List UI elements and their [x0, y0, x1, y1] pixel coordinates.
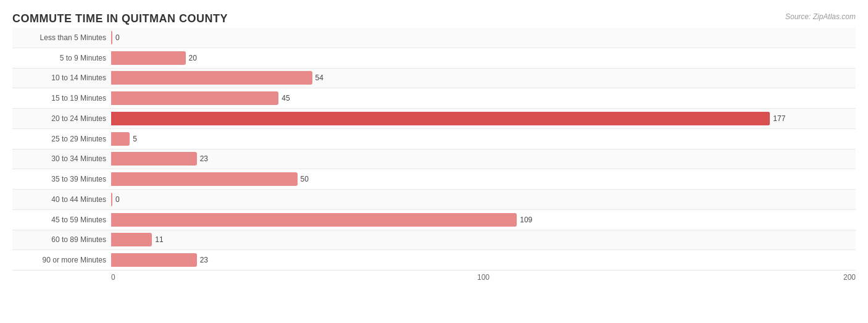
bar-value: 23 — [200, 154, 208, 163]
bar-value: 11 — [155, 235, 163, 244]
bar-track: 11 — [111, 232, 856, 249]
bar-value: 23 — [200, 256, 208, 264]
bar-row: 45 to 59 Minutes109 — [12, 210, 856, 230]
bar-label: 25 to 29 Minutes — [12, 135, 111, 143]
bar-label: 45 to 59 Minutes — [12, 216, 111, 224]
bar-label: 20 to 24 Minutes — [12, 114, 111, 123]
bar-label: 60 to 89 Minutes — [12, 235, 111, 244]
bar-value: 5 — [133, 135, 137, 143]
bar-value: 20 — [189, 54, 197, 62]
bar-fill — [111, 31, 112, 44]
bar-track: 177 — [111, 110, 856, 127]
bar-row: 20 to 24 Minutes177 — [12, 109, 856, 129]
bar-value: 45 — [282, 94, 290, 103]
bar-label: 40 to 44 Minutes — [12, 195, 111, 204]
bar-track: 23 — [111, 151, 856, 168]
bar-label: 30 to 34 Minutes — [12, 154, 111, 163]
bar-fill — [111, 112, 770, 125]
bar-fill — [111, 253, 197, 267]
bar-value: 54 — [315, 73, 323, 82]
bar-track: 20 — [111, 49, 856, 67]
bar-fill — [111, 132, 130, 146]
bar-track: 0 — [111, 29, 856, 46]
x-axis: 0100200 — [111, 271, 856, 283]
bar-value: 50 — [301, 175, 309, 183]
bar-row: 25 to 29 Minutes5 — [12, 129, 856, 149]
bar-fill — [111, 51, 186, 65]
bar-row: 60 to 89 Minutes11 — [12, 230, 856, 251]
bar-track: 5 — [111, 130, 856, 148]
x-tick: 200 — [843, 273, 856, 282]
bar-fill — [111, 193, 112, 206]
bar-row: 40 to 44 Minutes0 — [12, 190, 856, 210]
x-tick: 100 — [477, 273, 490, 282]
bar-row: Less than 5 Minutes0 — [12, 28, 856, 48]
chart-container: COMMUTE TIME IN QUITMAN COUNTY Source: Z… — [0, 0, 868, 323]
bar-label: 35 to 39 Minutes — [12, 175, 111, 183]
bar-track: 0 — [111, 191, 856, 208]
bar-row: 35 to 39 Minutes50 — [12, 169, 856, 190]
bar-row: 30 to 34 Minutes23 — [12, 149, 856, 170]
bar-track: 50 — [111, 170, 856, 188]
bar-track: 54 — [111, 70, 856, 87]
bar-value: 109 — [520, 216, 532, 224]
bar-fill — [111, 152, 197, 166]
bar-row: 10 to 14 Minutes54 — [12, 69, 856, 89]
chart-title: COMMUTE TIME IN QUITMAN COUNTY — [12, 12, 856, 25]
bar-fill — [111, 233, 152, 246]
source-label: Source: ZipAtlas.com — [785, 12, 856, 21]
bar-row: 5 to 9 Minutes20 — [12, 48, 856, 69]
bar-track: 23 — [111, 251, 856, 269]
bar-row: 90 or more Minutes23 — [12, 250, 856, 271]
bar-label: 90 or more Minutes — [12, 256, 111, 264]
bar-label: 5 to 9 Minutes — [12, 54, 111, 62]
bar-fill — [111, 172, 298, 186]
bar-value: 0 — [115, 195, 120, 204]
bar-fill — [111, 213, 517, 227]
bar-fill — [111, 91, 278, 105]
bar-label: 15 to 19 Minutes — [12, 94, 111, 103]
chart-area: Less than 5 Minutes05 to 9 Minutes2010 t… — [12, 28, 856, 283]
bar-label: Less than 5 Minutes — [12, 33, 111, 42]
bar-fill — [111, 71, 312, 85]
bar-value: 0 — [115, 33, 120, 42]
bar-track: 109 — [111, 211, 856, 229]
bar-value: 177 — [773, 114, 785, 123]
bar-track: 45 — [111, 90, 856, 107]
x-tick: 0 — [111, 273, 115, 282]
bars-wrapper: Less than 5 Minutes05 to 9 Minutes2010 t… — [12, 28, 856, 271]
bar-row: 15 to 19 Minutes45 — [12, 88, 856, 109]
bar-label: 10 to 14 Minutes — [12, 73, 111, 82]
